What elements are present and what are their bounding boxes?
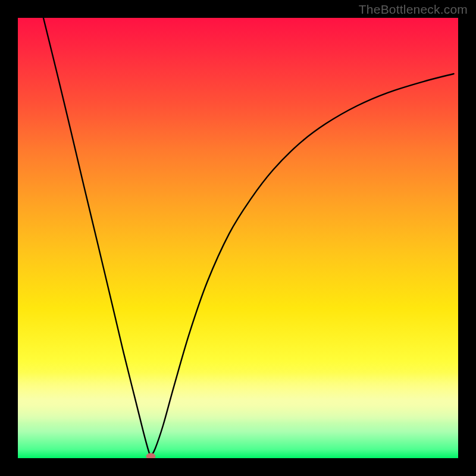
watermark-text: TheBottleneck.com (359, 2, 468, 17)
plot-area (18, 18, 458, 458)
chart-frame: TheBottleneck.com (0, 0, 476, 476)
curve-right-branch (151, 74, 453, 456)
curve-left-branch (43, 18, 151, 456)
minimum-marker-icon (146, 453, 155, 458)
curve-svg (18, 18, 458, 458)
